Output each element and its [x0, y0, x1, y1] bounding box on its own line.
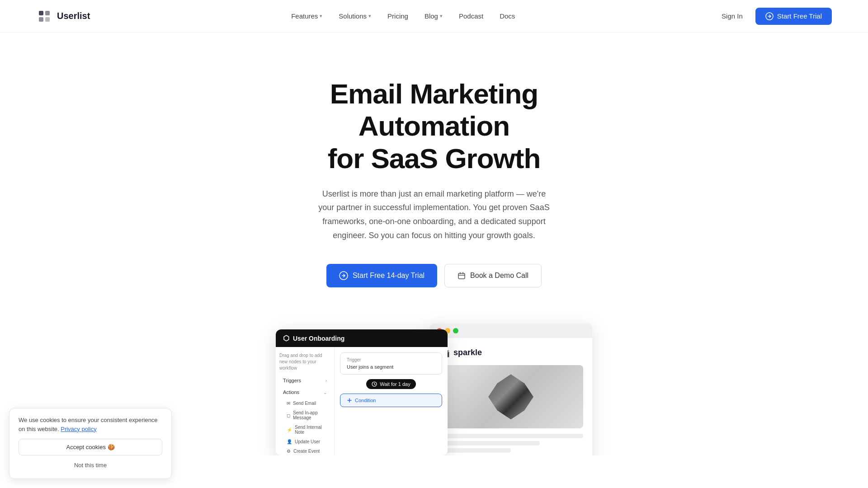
workflow-header: ⬡ User Onboarding: [276, 329, 448, 347]
nav-features[interactable]: Features ▾: [285, 9, 329, 23]
book-demo-button[interactable]: Book a Demo Call: [444, 264, 542, 287]
calendar-icon: [458, 272, 466, 280]
cookie-banner: We use cookies to ensure your consistent…: [9, 408, 172, 455]
chevron-down-icon: ▾: [440, 13, 443, 19]
nav-actions: Sign In Start Free Trial: [716, 8, 832, 25]
email-text-line: [439, 434, 583, 438]
event-icon: ⚙: [287, 449, 291, 454]
sidebar-triggers[interactable]: Triggers ›: [279, 375, 330, 386]
email-icon: ✉: [287, 401, 290, 406]
user-icon: 👤: [287, 439, 292, 444]
nav-blog[interactable]: Blog ▾: [418, 9, 449, 23]
svg-rect-3: [45, 17, 50, 22]
workflow-screenshot: ⬡ User Onboarding Drag and drop to add n…: [276, 329, 448, 455]
logo-icon: [36, 8, 52, 24]
sidebar-actions[interactable]: Actions ⌄: [279, 387, 330, 398]
workflow-logo-icon: ⬡: [283, 334, 289, 343]
logo-link[interactable]: Userlist: [36, 8, 90, 24]
chevron-down-icon: ▾: [320, 13, 322, 19]
nav-pricing[interactable]: Pricing: [381, 9, 415, 23]
circle-arrow-icon: [765, 12, 774, 20]
sidebar-send-email[interactable]: ✉ Send Email: [279, 399, 330, 408]
privacy-policy-link[interactable]: Privacy policy: [61, 426, 96, 432]
sidebar-create-event[interactable]: ⚙ Create Event: [279, 446, 330, 455]
start-trial-button[interactable]: Start Free 14-day Trial: [326, 264, 437, 287]
email-preview-screenshot: 📷 sparkle: [429, 324, 592, 455]
note-icon: ⚡: [287, 427, 292, 432]
chevron-down-icon: ▾: [368, 13, 371, 19]
condition-icon: [347, 398, 352, 403]
maximize-button-dot: [453, 328, 458, 333]
workflow-body: Drag and drop to add new nodes to your w…: [276, 347, 448, 455]
sidebar-inapp-message[interactable]: ◻ Send In-app Message: [279, 408, 330, 422]
brand-name: Userlist: [57, 11, 90, 21]
svg-rect-6: [458, 273, 465, 279]
condition-box: Condition: [340, 394, 442, 407]
workflow-sidebar: Drag and drop to add new nodes to your w…: [276, 347, 335, 455]
svg-rect-2: [39, 17, 43, 22]
hero-section: Email Marketing Automation for SaaS Grow…: [0, 33, 868, 324]
navigation: Userlist Features ▾ Solutions ▾ Pricing …: [0, 0, 868, 33]
start-free-trial-button[interactable]: Start Free Trial: [755, 8, 832, 25]
expand-icon: ⌄: [323, 390, 327, 395]
circle-arrow-icon: [339, 271, 348, 280]
sidebar-update-user[interactable]: 👤 Update User: [279, 437, 330, 446]
nav-links: Features ▾ Solutions ▾ Pricing Blog ▾ Po…: [285, 9, 521, 23]
svg-rect-1: [45, 11, 50, 15]
cookie-text: We use cookies to ensure your consistent…: [19, 416, 162, 433]
workflow-main-canvas: Trigger User joins a segment Wait for 1 …: [335, 347, 448, 455]
nav-docs[interactable]: Docs: [493, 9, 521, 23]
email-hero-image: [439, 365, 583, 428]
accept-cookies-button[interactable]: Accept cookies 🍪: [19, 439, 162, 455]
clock-icon: [372, 381, 377, 387]
wait-badge: Wait for 1 day: [366, 379, 415, 389]
nav-podcast[interactable]: Podcast: [453, 9, 490, 23]
cookie-buttons: Accept cookies 🍪 Not this time: [19, 439, 162, 455]
hero-heading: Email Marketing Automation for SaaS Grow…: [276, 78, 592, 174]
geometric-decoration: [488, 374, 533, 419]
window-titlebar: [429, 324, 592, 338]
nav-solutions[interactable]: Solutions ▾: [332, 9, 377, 23]
sidebar-internal-note[interactable]: ⚡ Send Internal Note: [279, 422, 330, 437]
expand-icon: ›: [326, 378, 327, 383]
message-icon: ◻: [287, 413, 290, 418]
hero-buttons: Start Free 14-day Trial Book a Demo Call: [326, 264, 542, 287]
trigger-box: Trigger User joins a segment: [340, 352, 442, 375]
hero-description: Userlist is more than just an email mark…: [316, 187, 552, 242]
signin-link[interactable]: Sign In: [716, 9, 748, 23]
app-branding: 📷 sparkle: [439, 347, 583, 358]
svg-rect-0: [39, 11, 43, 15]
email-body: 📷 sparkle: [429, 338, 592, 455]
email-text-line: [439, 441, 540, 446]
email-text-line: [439, 448, 511, 453]
